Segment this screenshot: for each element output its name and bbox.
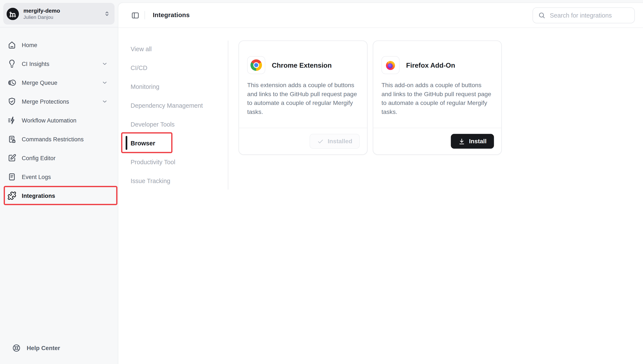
category-view-all[interactable]: View all [131,40,225,58]
sidebar-item-label: Merge Queue [22,80,58,86]
help-center-link[interactable]: Help Center [0,338,118,357]
sidebar: mergify-demo Julien Danjou Home [0,0,118,364]
sidebar-item-label: Home [22,42,37,48]
category-issue-tracking[interactable]: Issue Tracking [131,171,225,190]
card-chrome-extension: Chrome Extension This extension adds a c… [238,40,368,155]
document-lines-icon [7,172,16,181]
shield-check-icon [7,97,16,106]
sidebar-item-label: CI Insights [22,60,50,67]
sidebar-item-home[interactable]: Home [0,36,118,54]
account-switcher[interactable]: mergify-demo Julien Danjou [3,3,114,24]
square-pen-icon [7,154,16,162]
category-list: View all CI/CD Monitoring Dependency Man… [131,40,225,190]
check-icon [317,138,324,145]
chevron-down-icon [101,60,108,67]
install-button[interactable]: Install [451,134,494,148]
app-window: mergify-demo Julien Danjou Home [0,0,643,364]
selected-category-indicator [126,136,127,150]
account-user-name: Julien Danjou [23,14,99,20]
annotation-box-integrations [4,186,117,205]
home-icon [7,40,16,50]
category-dependency-management[interactable]: Dependency Management [131,96,225,114]
sidebar-item-integrations[interactable]: Integrations [0,186,118,205]
page-title: Integrations [153,12,190,19]
chrome-logo [250,59,262,71]
main-header: Integrations [118,3,643,28]
card-title: Chrome Extension [272,61,332,69]
card-description: This extension adds a couple of buttons … [239,74,367,116]
category-browser[interactable]: Browser [131,134,225,152]
chrome-logo-tile [247,56,265,74]
card-firefox-addon: Firefox Add-On This add-on adds a couple… [373,40,502,155]
sidebar-item-label: Event Logs [22,174,51,180]
sidebar-item-label: Workflow Automation [22,117,77,124]
chevron-down-icon [101,80,108,86]
main-panel: Integrations View all CI/CD Monitoring D… [118,2,643,364]
category-divider [228,40,228,190]
sidebar-item-ci-insights[interactable]: CI Insights [0,54,118,73]
card-title: Firefox Add-On [406,61,455,69]
puzzle-icon [7,191,16,200]
category-productivity-tool[interactable]: Productivity Tool [131,152,225,171]
download-icon [458,138,465,145]
merge-queue-icon [7,78,16,87]
search-icon [538,11,546,19]
integrations-search[interactable] [533,7,635,23]
search-input[interactable] [550,12,629,19]
sidebar-item-merge-queue[interactable]: Merge Queue [0,73,118,92]
category-ci-cd[interactable]: CI/CD [131,58,225,77]
sidebar-item-workflow-automation[interactable]: Workflow Automation [0,111,118,130]
lightbulb-icon [7,59,16,68]
firefox-logo-tile [382,56,400,74]
installed-button[interactable]: Installed [309,134,360,148]
workflow-zap-icon [7,116,16,125]
document-lock-icon [7,135,16,144]
sidebar-item-config-editor[interactable]: Config Editor [0,148,118,168]
integration-cards: Chrome Extension This extension adds a c… [238,40,502,155]
chevron-down-icon [101,98,108,105]
sidebar-item-label: Commands Restrictions [22,136,84,142]
chevrons-up-down-icon [104,10,111,17]
sidebar-item-label: Config Editor [22,155,56,162]
card-footer: Install [373,128,501,154]
category-developer-tools[interactable]: Developer Tools [131,114,225,134]
help-center-label: Help Center [27,345,60,351]
sidebar-item-event-logs[interactable]: Event Logs [0,168,118,186]
sidebar-item-commands-restrictions[interactable]: Commands Restrictions [0,130,118,148]
firefox-logo [385,59,396,71]
header-separator [144,11,145,19]
sidebar-nav: Home CI Insights [0,36,118,205]
lifebuoy-icon [12,344,21,352]
sidebar-item-label: Integrations [22,192,55,199]
sidebar-item-label: Merge Protections [22,98,69,105]
account-org-name: mergify-demo [23,7,99,14]
sidebar-item-merge-protections[interactable]: Merge Protections [0,92,118,111]
category-monitoring[interactable]: Monitoring [131,77,225,96]
card-description: This add-on adds a couple of buttons and… [373,74,501,116]
sidebar-divider [0,27,118,28]
sidebar-toggle-button[interactable] [129,10,141,21]
card-footer: Installed [239,128,367,154]
mergify-logo [7,8,19,20]
